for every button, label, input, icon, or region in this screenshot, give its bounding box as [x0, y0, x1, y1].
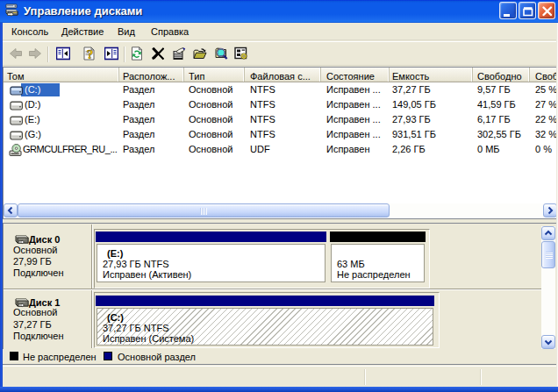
volume-row-2[interactable]: (D:)РазделОсновнойNTFSИсправен ...149,05…: [4, 98, 557, 113]
disk-label-1[interactable]: Диск 1Основной37,27 ГБПодключен: [4, 290, 92, 348]
disk-row-1: Диск 1Основной37,27 ГБПодключен(C:)37,27…: [4, 290, 541, 348]
column-header-capacity[interactable]: Емкость: [390, 68, 473, 82]
cell-fs: NTFS: [245, 83, 321, 98]
delete-icon[interactable]: [151, 46, 165, 61]
cell-volume: (D:): [4, 98, 119, 113]
disk-icon: [14, 233, 30, 246]
disk-name: Диск 0: [29, 234, 60, 245]
cell-location: Раздел: [119, 98, 184, 113]
partition-Не распределен[interactable]: 63 МБНе распределен: [330, 232, 426, 282]
drive-icon: [10, 116, 25, 127]
statusbar-divider: [480, 369, 482, 385]
scroll-left-button[interactable]: [4, 203, 18, 217]
partition-size: 37,27 ГБ NTFS: [103, 323, 433, 333]
column-header-volume[interactable]: Том: [4, 68, 119, 82]
cell-capacity: 149,05 ГБ: [390, 98, 473, 113]
cell-type: Основной: [184, 113, 245, 128]
cell-pct: 25 %: [530, 83, 558, 98]
cell-volume: GRMCULFRER_RU_...: [4, 143, 119, 158]
column-header-location[interactable]: Располож...: [119, 68, 184, 82]
window-border-bottom: [0, 387, 558, 392]
volume-row-4[interactable]: (G:)РазделОсновнойNTFSИсправен ...931,51…: [4, 128, 557, 143]
view-icon[interactable]: [215, 46, 229, 61]
back-icon[interactable]: [9, 46, 23, 61]
partition-body: (E:)27,93 ГБ NTFSИсправен (Активен): [97, 244, 326, 282]
vertical-scrollbar-thumb[interactable]: [541, 241, 555, 268]
disk-size: 27,99 ГБ: [13, 256, 52, 267]
cell-location: Раздел: [119, 128, 184, 143]
drive-icon: [10, 86, 25, 97]
partition-color-bar: [330, 232, 426, 242]
cell-pct: 0 %: [530, 143, 558, 158]
cell-location: Раздел: [119, 113, 184, 128]
horizontal-scrollbar-thumb[interactable]: [18, 203, 390, 217]
window-title: Управление дисками: [24, 4, 142, 18]
cell-status: Исправен ...: [321, 83, 390, 98]
disk-size: 37,27 ГБ: [13, 319, 52, 330]
legend-primary-swatch: [104, 352, 112, 360]
column-header-type[interactable]: Тип: [184, 68, 245, 82]
scroll-down-button[interactable]: [541, 335, 555, 349]
cell-free: 41,59 ГБ: [473, 98, 530, 113]
cell-status: Исправен: [321, 143, 390, 158]
menu-vid[interactable]: Вид: [118, 26, 135, 37]
properties-icon[interactable]: [172, 46, 186, 61]
menu-deystvie[interactable]: Действие: [61, 26, 104, 37]
partition-(E:)[interactable]: (E:)27,93 ГБ NTFSИсправен (Активен): [96, 232, 326, 282]
partition-status: Не распределен: [337, 269, 424, 280]
open-folder-icon[interactable]: [193, 46, 207, 61]
console-options-icon[interactable]: [234, 46, 248, 61]
volume-row-5[interactable]: GRMCULFRER_RU_...РазделОсновнойUDFИсправ…: [4, 143, 557, 158]
column-header-free[interactable]: Свободно: [473, 68, 530, 82]
disk-status: Подключен: [13, 331, 64, 341]
maximize-button[interactable]: [519, 2, 536, 19]
cell-status: Исправен ...: [321, 128, 390, 143]
statusbar-divider: [364, 369, 366, 385]
help-icon[interactable]: ?: [82, 46, 97, 61]
cell-capacity: 27,93 ГБ: [390, 113, 473, 128]
column-header-fs[interactable]: Файловая с...: [245, 68, 321, 82]
volume-name: (G:): [21, 128, 45, 141]
cell-free: 9,57 ГБ: [473, 83, 530, 98]
cell-free: 6,17 ГБ: [473, 113, 530, 128]
menu-spravka[interactable]: Справка: [151, 26, 189, 37]
scroll-up-button[interactable]: [541, 226, 555, 240]
cell-status: Исправен ...: [321, 113, 390, 128]
volume-row-1[interactable]: (C:)РазделОсновнойNTFSИсправен ...37,27 …: [4, 83, 557, 98]
volume-list-header: ТомРасполож...ТипФайловая с...СостояниеЕ…: [4, 68, 557, 82]
disk-management-window: Управление дисками Консоль Действие Вид …: [0, 0, 558, 392]
cell-fs: UDF: [245, 143, 321, 158]
show-action-pane-icon[interactable]: [104, 46, 118, 61]
cell-pct: 22 %: [530, 113, 558, 128]
close-button[interactable]: [538, 2, 555, 19]
scroll-right-button[interactable]: [543, 203, 557, 217]
minimize-button[interactable]: [499, 2, 517, 19]
partition-status: Исправен (Система): [103, 333, 433, 344]
cell-pct: 27 %: [530, 98, 558, 113]
disk-management-app-icon: [4, 4, 19, 18]
partition-title: (E:): [103, 248, 325, 259]
toolbar-separator: [47, 46, 49, 62]
drive-icon: [10, 131, 25, 142]
cell-volume: (E:): [4, 113, 119, 128]
disk-label-0[interactable]: Диск 0Основной27,99 ГБПодключен: [4, 225, 92, 289]
horizontal-scrollbar[interactable]: [4, 203, 557, 217]
show-console-tree-icon[interactable]: [56, 46, 70, 61]
column-header-pct[interactable]: Своб: [530, 68, 558, 82]
legend-unallocated-swatch: [10, 352, 18, 360]
forward-icon[interactable]: [28, 46, 42, 61]
volume-row-3[interactable]: (E:)РазделОсновнойNTFSИсправен ...27,93 …: [4, 113, 557, 128]
partition-(C:)[interactable]: (C:)37,27 ГБ NTFSИсправен (Система): [96, 296, 434, 346]
cell-pct: 32 %: [530, 128, 558, 143]
cell-type: Основной: [184, 83, 245, 98]
refresh-icon[interactable]: [130, 46, 144, 61]
partition-color-bar: [96, 296, 434, 306]
vertical-scrollbar[interactable]: [541, 226, 555, 349]
menu-konsol[interactable]: Консоль: [11, 26, 48, 37]
column-header-status[interactable]: Состояние: [321, 68, 390, 82]
volume-list-pane: ТомРасполож...ТипФайловая с...СостояниеЕ…: [3, 67, 557, 219]
legend-unallocated-label: Не распределен: [23, 352, 97, 362]
volume-name: GRMCULFRER_RU_...: [19, 143, 119, 156]
cell-status: Исправен ...: [321, 98, 390, 113]
toolbar-separator: [124, 46, 125, 62]
